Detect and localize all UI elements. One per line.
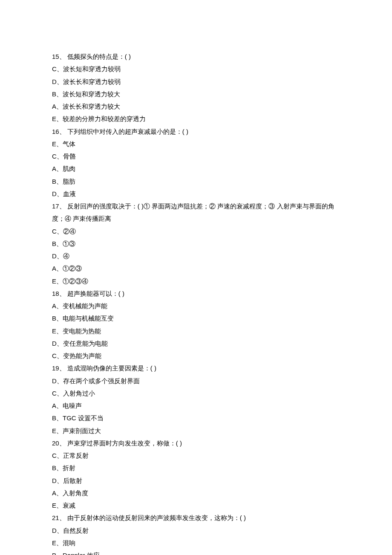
question-block: 15、 低频探头的特点是：( ) [52,50,340,63]
option-line: E、衰减 [52,499,340,512]
option-line: E、声束剖面过大 [52,425,340,437]
question-block: 16、 下列组织中对传入的超声衰减最小的是：( ) [52,125,340,138]
option-line: B、Doppler 效应 [52,549,340,555]
option-line: A、电噪声 [52,399,340,412]
question-stem: 超声换能器可以：( ) [67,290,124,297]
question-number: 20、 [52,439,66,447]
option-line: D、波长长和穿透力较弱 [52,75,340,88]
question-number: 15、 [52,53,66,60]
option-line: E、较差的分辨力和较差的穿透力 [52,113,340,125]
option-line: D、④ [52,250,340,262]
option-line: A、波长长和穿透力较大 [52,100,340,113]
question-block: 18、 超声换能器可以：( ) [52,287,340,300]
option-line: B、脂肪 [52,175,340,188]
option-line: C、正常反射 [52,449,340,462]
question-block: 19、 造成混响伪像的主要因素是：( ) [52,362,340,374]
option-line: D、存在两个或多个强反射界面 [52,375,340,387]
question-stem: 由于反射体的运动使反射回来的声波频率发生改变，这称为：( ) [67,514,246,521]
document-page: 15、 低频探头的特点是：( ) C、波长短和穿透力较弱 D、波长长和穿透力较弱… [0,0,392,555]
question-block: 20、 声束穿过界面时方向发生改变，称做：( ) [52,437,340,449]
option-line: C、变热能为声能 [52,350,340,362]
option-line: A、肌肉 [52,162,340,175]
option-line: E、混响 [52,537,340,549]
question-stem: 下列组织中对传入的超声衰减最小的是：( ) [67,128,188,135]
option-line: D、自然反射 [52,524,340,537]
option-line: A、变机械能为声能 [52,300,340,312]
question-number: 16、 [52,128,66,135]
question-number: 21、 [52,514,66,521]
option-line: B、波长短和穿透力较大 [52,88,340,100]
question-number: 17、 [52,202,66,210]
option-line: A、入射角度 [52,487,340,499]
option-line: E、变电能为热能 [52,325,340,337]
question-block: 17、 反射回声的强度取决于：( )① 界面两边声阻抗差；② 声速的衰减程度；③… [52,200,340,225]
question-stem: 声束穿过界面时方向发生改变，称做：( ) [67,439,182,447]
option-line: A、①②③ [52,262,340,275]
option-line: E、气体 [52,138,340,150]
option-line: D、后散射 [52,474,340,487]
option-line: D、变任意能为电能 [52,337,340,350]
question-block: 21、 由于反射体的运动使反射回来的声波频率发生改变，这称为：( ) [52,512,340,524]
option-line: B、TGC 设置不当 [52,412,340,424]
option-line: E、①②③④ [52,275,340,287]
option-line: B、折射 [52,462,340,474]
question-stem: 反射回声的强度取决于：( )① 界面两边声阻抗差；② 声速的衰减程度；③ 入射声… [52,202,334,222]
question-stem: 低频探头的特点是：( ) [67,53,131,60]
question-number: 19、 [52,364,66,372]
option-line: C、②④ [52,225,340,237]
option-line: D、血液 [52,188,340,200]
option-line: C、骨骼 [52,150,340,162]
option-line: C、入射角过小 [52,387,340,399]
option-line: C、波长短和穿透力较弱 [52,63,340,75]
option-line: B、①③ [52,237,340,250]
question-stem: 造成混响伪像的主要因素是：( ) [67,364,156,372]
option-line: B、电能与机械能互变 [52,312,340,324]
question-number: 18、 [52,290,66,297]
